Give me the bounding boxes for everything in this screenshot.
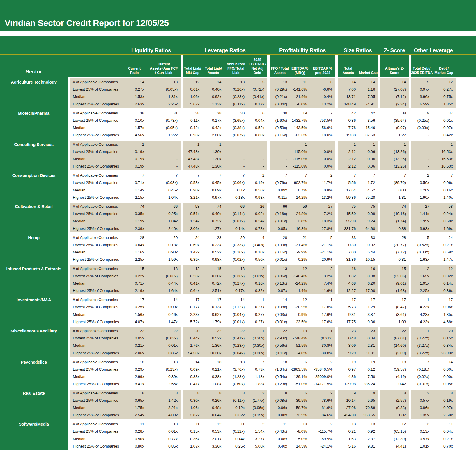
group-gutter (181, 397, 183, 404)
data-cell: 4.68 (338, 280, 359, 287)
data-cell: 3.56 (359, 117, 378, 124)
group-gutter (335, 186, 338, 194)
data-cell: 0.86 (338, 117, 359, 124)
row-label: Highest 25% of Companies (70, 225, 122, 232)
row-label: Lowest 25% of Companies (70, 334, 122, 342)
group-gutter (181, 272, 183, 280)
group-gutter (68, 358, 70, 366)
data-cell: 22 (202, 327, 224, 334)
group-gutter (68, 349, 70, 357)
row-label: # of Applicable Companies (70, 172, 122, 179)
data-cell: 9 (338, 390, 359, 397)
group-gutter (68, 148, 70, 155)
data-cell: - (247, 155, 267, 163)
row-label: Median (70, 249, 122, 256)
data-cell: -1.4% (290, 287, 310, 294)
data-cell: 0.09x (147, 303, 181, 311)
group-gutter (409, 428, 411, 435)
data-cell: (3.65x) (224, 117, 247, 124)
data-cell: 0.30x (183, 397, 202, 404)
data-cell: 22 (270, 327, 290, 334)
data-cell: 75 (359, 203, 378, 210)
row-label: # of Applicable Companies (70, 110, 122, 117)
sector-name: Consumption Devices (0, 172, 68, 201)
data-cell: 0.18x (224, 194, 247, 201)
data-cell: 8 (380, 390, 409, 397)
row-label: Lowest 25% of Companies (70, 148, 122, 155)
group-gutter (335, 265, 338, 272)
data-cell: 13 (338, 420, 359, 428)
data-cell: (0.13x) (270, 280, 290, 287)
data-cell: 0.71x (122, 179, 147, 186)
group-gutter (409, 241, 411, 249)
data-cell: (3.27x) (411, 334, 432, 342)
data-cell: (0.03x) (147, 272, 181, 280)
data-cell: 30 (224, 110, 247, 117)
data-cell: 11 (224, 420, 247, 428)
group-gutter (68, 203, 70, 210)
data-cell: 2 (310, 265, 335, 272)
table-row: # of Applicable Companies151312151321312… (68, 265, 456, 272)
data-cell: 18 (270, 358, 290, 366)
group-gutter (267, 110, 270, 117)
table-row: # of Applicable Companies88888286299828 (68, 390, 456, 397)
data-cell: 4.09x (147, 411, 181, 419)
data-cell: 0.05x (432, 380, 456, 387)
row-label: # of Applicable Companies (70, 327, 122, 334)
data-cell: 0.48 (338, 334, 359, 342)
sector-block-agriculture-technology: Agriculture Technology# of Applicable Co… (0, 78, 476, 108)
table-row: # of Applicable Companies282024282042021… (68, 234, 456, 241)
data-cell: -115.0% (290, 155, 310, 163)
data-cell: 74 (380, 203, 409, 210)
data-cell: 11.6% (310, 287, 335, 294)
group-gutter (409, 117, 411, 124)
group-gutter (68, 234, 70, 241)
group-header-leverage-ratios: Leverage Ratios (183, 47, 267, 54)
row-label: # of Applicable Companies (70, 265, 122, 272)
group-gutter (181, 411, 183, 419)
group-gutter (267, 303, 270, 311)
group-gutter (68, 241, 70, 249)
group-gutter (335, 296, 338, 303)
data-cell: 17.6% (310, 311, 335, 318)
table-row: Median1.75x3.21x1.06x0.48x0.12x(0.96x)0.… (68, 404, 456, 411)
data-cell: 16 (359, 265, 378, 272)
sector-name: Infused Products & Extracts (0, 265, 68, 295)
group-gutter (409, 131, 411, 139)
data-cell: 0.19x (122, 155, 147, 163)
data-cell: (0.18x) (411, 366, 432, 373)
data-cell: 42 (338, 110, 359, 117)
data-cell: (1.60x) (270, 117, 290, 124)
data-cell: 0.25x (122, 303, 147, 311)
data-cell: 2.87x (183, 411, 202, 419)
data-cell: 8 (183, 390, 202, 397)
data-cell: 2 (247, 172, 267, 179)
data-cell: (1.77x) (247, 397, 267, 404)
data-cell: 13 (270, 78, 290, 86)
data-cell: 73.9% (290, 411, 310, 419)
data-cell: 0.07x (270, 287, 290, 294)
sector-name: Software/Media (0, 420, 68, 450)
data-cell: (0.26x) (224, 86, 247, 93)
table-row: Lowest 25% of Companies0.64x0.18x0.69x0.… (68, 241, 456, 249)
data-cell: 2 (310, 420, 335, 428)
data-cell: 17 (359, 296, 378, 303)
data-cell: 0.27x (247, 318, 267, 325)
group-gutter (68, 272, 70, 280)
data-cell: 0.96x (183, 131, 202, 139)
group-gutter (68, 420, 70, 428)
data-cell: 0.21x (432, 435, 456, 443)
table-row: # of Applicable Companies181814181871862… (68, 358, 456, 366)
data-cell: 3.21x (147, 404, 181, 411)
group-gutter (181, 318, 183, 325)
group-gutter (378, 234, 380, 241)
data-area: Agriculture Technology# of Applicable Co… (0, 77, 476, 450)
data-cell: 78.6% (310, 397, 335, 404)
data-cell: -35846.5% (310, 366, 335, 373)
group-gutter (409, 390, 411, 397)
data-cell: 11 (183, 420, 202, 428)
data-cell: 2 (411, 390, 432, 397)
data-cell: 2.19x (122, 287, 147, 294)
sector-block-consulting-services: Consulting Services# of Applicable Compa… (0, 141, 476, 170)
data-cell: (65.15) (380, 428, 409, 435)
